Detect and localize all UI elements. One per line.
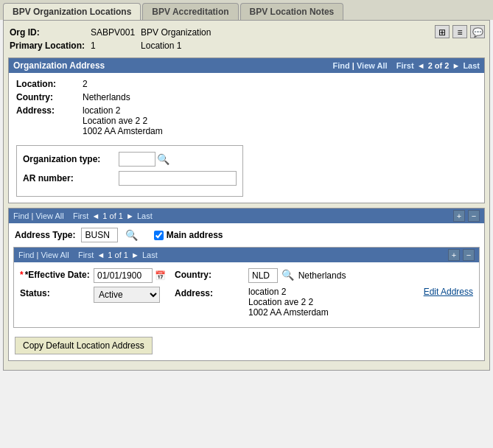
eff-address-value: location 2 Location ave 2 2 1002 AA Amst… <box>248 287 424 318</box>
org-type-search-btn[interactable]: 🔍 <box>155 153 171 165</box>
address-type-row: Address Type: 🔍 Main address <box>9 223 484 247</box>
eff-remove-btn[interactable]: − <box>463 249 475 261</box>
tabs-bar: BPV Organization Locations BPV Accredita… <box>0 0 493 20</box>
addr-next-btn[interactable]: ► <box>125 211 135 220</box>
org-type-row: Organization type: 🔍 <box>23 152 237 167</box>
eff-first-link[interactable]: First <box>78 251 94 259</box>
copy-default-location-btn[interactable]: Copy Default Location Address <box>15 337 153 354</box>
eff-buttons: + − <box>448 249 475 261</box>
address-type-input[interactable] <box>81 228 118 242</box>
org-first-link[interactable]: First <box>396 61 414 70</box>
addr-remove-btn[interactable]: − <box>468 210 480 222</box>
org-address-header: Organization Address Find | View All Fir… <box>9 58 484 73</box>
org-type-label: Organization type: <box>23 154 119 164</box>
org-address-title: Organization Address <box>13 60 105 71</box>
eff-date-field: 📅 <box>94 268 166 283</box>
org-view-all-link[interactable]: View All <box>357 61 388 70</box>
eff-date-input[interactable] <box>94 268 153 283</box>
ar-number-label: AR number: <box>23 173 119 183</box>
tab-accreditation[interactable]: BPV Accreditation <box>142 3 238 20</box>
eff-last-link[interactable]: Last <box>142 251 158 259</box>
address-type-section: Find | View All First ◄ 1 of 1 ► Last + … <box>8 208 485 361</box>
eff-country-field: 🔍 Netherlands <box>248 268 346 283</box>
org-header: Org ID: SABPV001 BPV Organization Primar… <box>8 25 485 53</box>
header-icons: ⊞ ≡ 💬 <box>435 25 485 38</box>
addr-last-link[interactable]: Last <box>137 211 153 220</box>
eff-prev-btn[interactable]: ◄ <box>96 251 105 259</box>
org-type-box: Organization type: 🔍 AR number: <box>16 145 243 197</box>
calendar-btn[interactable]: 📅 <box>155 270 166 281</box>
address-label: Address: <box>16 105 83 136</box>
org-next-btn[interactable]: ► <box>451 61 461 70</box>
eff-date-label: *Effective Date: <box>20 268 94 280</box>
address-type-label: Address Type: <box>15 230 75 240</box>
org-id-label: Org ID: <box>10 27 89 38</box>
effective-date-section: Find | View All First ◄ 1 of 1 ► Last + … <box>13 247 480 328</box>
eff-country-label: Country: <box>175 268 248 280</box>
eff-next-btn[interactable]: ► <box>130 251 140 259</box>
icon-chat[interactable]: 💬 <box>470 25 485 38</box>
country-value: Netherlands <box>83 92 477 102</box>
address-type-nav: Find | View All First ◄ 1 of 1 ► Last <box>13 211 153 220</box>
org-find-link[interactable]: Find <box>333 61 350 70</box>
location-label: Location: <box>16 79 83 89</box>
eff-date-row: *Effective Date: 📅 <box>20 268 167 283</box>
addr-view-all-link[interactable]: View All <box>35 211 63 220</box>
ar-number-row: AR number: <box>23 171 237 186</box>
status-label: Status: <box>20 287 94 298</box>
country-code-input[interactable] <box>248 268 278 283</box>
addr-prev-btn[interactable]: ◄ <box>91 211 100 220</box>
eff-view-all-link[interactable]: View All <box>41 251 69 259</box>
tab-org-locations[interactable]: BPV Organization Locations <box>3 3 141 20</box>
country-search-btn[interactable]: 🔍 <box>280 269 296 281</box>
eff-right-col: Country: 🔍 Netherlands Address: location… <box>175 268 473 321</box>
country-name: Netherlands <box>298 270 346 281</box>
address-type-search-btn[interactable]: 🔍 <box>124 229 139 241</box>
effective-date-body: *Effective Date: 📅 Status: Active Inacti… <box>14 262 479 327</box>
country-label: Country: <box>16 92 83 102</box>
main-address-label[interactable]: Main address <box>154 230 223 240</box>
address-value: location 2 Location ave 2 2 1002 AA Amst… <box>83 105 477 136</box>
eff-find-link[interactable]: Find <box>18 251 34 259</box>
tab-location-notes[interactable]: BPV Location Notes <box>240 3 344 20</box>
addr-add-btn[interactable]: + <box>453 210 465 222</box>
eff-address-row: Address: location 2 Location ave 2 2 100… <box>175 287 473 318</box>
main-address-checkbox[interactable] <box>154 231 164 240</box>
edit-address-btn[interactable]: Edit Address <box>424 287 473 297</box>
eff-page-info: 1 of 1 <box>108 251 128 259</box>
address-row: Address: location 2 Location ave 2 2 100… <box>16 105 477 136</box>
primary-location-label: Primary Location: <box>10 40 89 52</box>
eff-two-col: *Effective Date: 📅 Status: Active Inacti… <box>20 268 473 321</box>
status-select[interactable]: Active Inactive <box>94 287 160 303</box>
org-address-body: Location: 2 Country: Netherlands Address… <box>9 73 484 203</box>
address-type-header: Find | View All First ◄ 1 of 1 ► Last + … <box>9 209 484 223</box>
org-info: Org ID: SABPV001 BPV Organization Primar… <box>8 25 217 53</box>
org-last-link[interactable]: Last <box>463 61 480 70</box>
org-page-info: 2 of 2 <box>428 61 450 70</box>
addr-buttons: + − <box>453 210 480 222</box>
eff-address-label: Address: <box>175 287 248 298</box>
org-prev-btn[interactable]: ◄ <box>416 61 426 70</box>
org-id-value: SABPV001 <box>91 27 139 38</box>
eff-left-col: *Effective Date: 📅 Status: Active Inacti… <box>20 268 167 321</box>
primary-location-name: Location 1 <box>141 40 215 52</box>
eff-nav: Find | View All First ◄ 1 of 1 ► Last <box>18 251 158 259</box>
icon-grid[interactable]: ⊞ <box>435 25 450 38</box>
org-address-nav: Find | View All First ◄ 2 of 2 ► Last <box>333 61 480 70</box>
primary-location-num: 1 <box>91 40 139 52</box>
country-row: Country: Netherlands <box>16 92 477 102</box>
addr-find-link[interactable]: Find <box>13 211 29 220</box>
org-name: BPV Organization <box>141 27 215 38</box>
main-container: Org ID: SABPV001 BPV Organization Primar… <box>3 20 490 371</box>
eff-add-btn[interactable]: + <box>448 249 460 261</box>
addr-first-link[interactable]: First <box>73 211 88 220</box>
org-type-input[interactable] <box>119 152 155 167</box>
icon-list[interactable]: ≡ <box>452 25 467 38</box>
eff-country-row: Country: 🔍 Netherlands <box>175 268 473 283</box>
location-value: 2 <box>83 79 477 89</box>
location-row: Location: 2 <box>16 79 477 89</box>
status-row: Status: Active Inactive <box>20 287 167 303</box>
ar-number-input[interactable] <box>119 171 237 186</box>
addr-page-info: 1 of 1 <box>102 211 123 220</box>
org-address-section: Organization Address Find | View All Fir… <box>8 57 485 203</box>
